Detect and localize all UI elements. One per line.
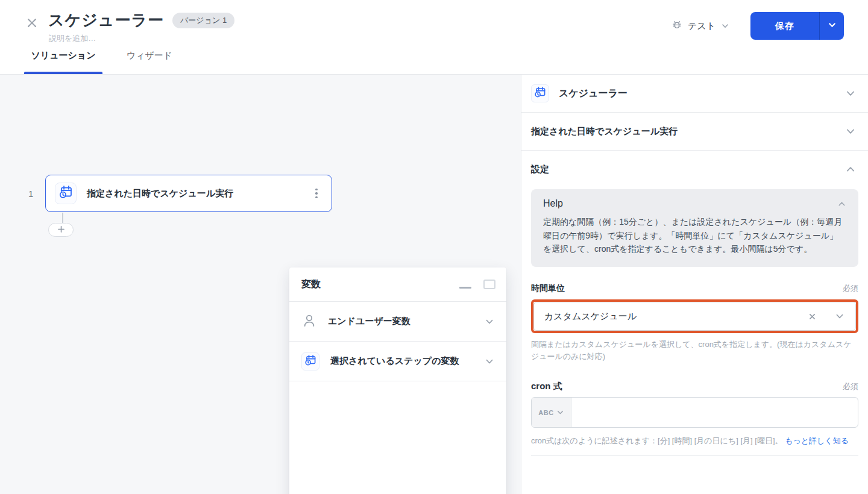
- inspector-app-header[interactable]: スケジューラー: [521, 75, 868, 113]
- cron-help-body: cron式は次のように記述されます：[分] [時間] [月の日にち] [月] […: [531, 436, 783, 445]
- cron-type-selector[interactable]: ABC: [532, 398, 571, 427]
- plus-icon: [57, 225, 65, 236]
- variables-group-label: エンドユーザー変数: [328, 316, 485, 327]
- cron-label: cron 式: [531, 381, 843, 392]
- step-connector-line: [62, 213, 63, 224]
- variables-panel-header: 変数: [289, 267, 506, 302]
- time-unit-value: カスタムスケジュール: [544, 311, 808, 322]
- inspector-app-title: スケジューラー: [559, 87, 845, 100]
- clear-selection-icon[interactable]: [808, 312, 817, 321]
- help-box-header[interactable]: Help: [543, 198, 846, 209]
- required-badge: 必須: [843, 283, 858, 294]
- section-divider: [531, 455, 858, 456]
- calendar-clock-icon: [58, 184, 74, 202]
- tab-wizard-label: ウィザード: [127, 50, 172, 61]
- page-title: スケジューラー: [48, 10, 164, 31]
- cron-field: cron 式 必須 ABC cron式は次のように記述されます：[分] [時間]…: [531, 381, 858, 456]
- close-button[interactable]: [24, 16, 40, 32]
- scheduler-icon-badge: [301, 352, 319, 370]
- maximize-button[interactable]: [483, 280, 495, 289]
- time-unit-select[interactable]: カスタムスケジュール: [533, 302, 856, 331]
- kebab-dot: [315, 196, 318, 199]
- learn-more-link[interactable]: もっと詳しく知る: [785, 436, 849, 445]
- app-window: スケジューラー バージョン 1 説明を追加… テスト 保存: [0, 0, 868, 494]
- cron-expression-input[interactable]: [571, 398, 858, 427]
- calendar-clock-icon: [533, 86, 547, 101]
- save-menu-button[interactable]: [820, 12, 844, 40]
- variables-group-end-user[interactable]: エンドユーザー変数: [289, 302, 506, 342]
- chevron-down-icon: [845, 88, 856, 99]
- step-title: 指定された日時でスケジュール実行: [87, 188, 310, 199]
- step-card-scheduler[interactable]: 指定された日時でスケジュール実行: [45, 175, 332, 212]
- title-group: スケジューラー バージョン 1: [48, 10, 234, 31]
- inspector-trigger-title: 指定された日時でスケジュール実行: [531, 126, 845, 137]
- time-unit-help-text: 間隔またはカスタムスケジュールを選択して、cron式を指定します。(現在はカスタ…: [531, 339, 858, 363]
- test-label: テスト: [688, 20, 715, 32]
- tab-wizard[interactable]: ウィザード: [121, 50, 178, 74]
- cron-input-group: ABC: [531, 397, 858, 428]
- header: スケジューラー バージョン 1 説明を追加… テスト 保存: [0, 0, 868, 75]
- inspector-panel: スケジューラー 指定された日時でスケジュール実行 設定 Help: [521, 75, 868, 494]
- variables-panel: 変数 エンドユーザー変数: [289, 267, 506, 494]
- inspector-settings-header[interactable]: 設定: [521, 151, 868, 188]
- step-menu-button[interactable]: [310, 189, 323, 199]
- tab-solution-label: ソリューション: [31, 50, 95, 61]
- add-step-button[interactable]: [48, 223, 74, 237]
- highlight-annotation: カスタムスケジュール: [531, 299, 858, 333]
- chevron-down-icon: [828, 20, 837, 32]
- save-split-button: 保存: [750, 12, 844, 40]
- calendar-clock-icon: [304, 354, 317, 369]
- minimize-icon: [459, 287, 471, 289]
- cron-help-text: cron式は次のように記述されます：[分] [時間] [月の日にち] [月] […: [531, 436, 858, 446]
- test-menu[interactable]: テスト: [671, 18, 729, 34]
- inspector-settings-title: 設定: [531, 164, 845, 175]
- chevron-down-icon[interactable]: [835, 311, 844, 321]
- time-unit-field: 時間単位 必須 カスタムスケジュール 間隔またはカスタムスケジュールを選択して、…: [531, 283, 858, 363]
- version-badge: バージョン 1: [172, 13, 234, 28]
- kebab-dot: [315, 192, 318, 195]
- time-unit-label: 時間単位: [531, 283, 843, 294]
- help-title: Help: [543, 198, 837, 209]
- close-icon: [25, 16, 39, 33]
- variables-group-selected-step[interactable]: 選択されているステップの変数: [289, 342, 506, 381]
- chevron-down-icon: [556, 408, 564, 416]
- active-tab-underline: [24, 72, 102, 74]
- user-icon: [301, 313, 317, 331]
- chevron-down-icon: [721, 22, 729, 30]
- required-badge: 必須: [843, 381, 858, 392]
- description-placeholder[interactable]: 説明を追加…: [49, 33, 96, 44]
- scheduler-icon-badge: [55, 183, 77, 204]
- help-body-text: 定期的な間隔（例：15分ごと）、または設定されたスケジュール（例：毎週月曜日の午…: [543, 215, 846, 256]
- chevron-down-icon: [485, 317, 494, 327]
- variables-panel-title: 変数: [301, 278, 459, 291]
- minimize-button[interactable]: [459, 278, 471, 290]
- tab-solution[interactable]: ソリューション: [24, 50, 102, 74]
- chevron-down-icon: [485, 357, 494, 366]
- step-number: 1: [28, 189, 33, 199]
- cron-type-label: ABC: [538, 409, 553, 416]
- variables-group-label: 選択されているステップの変数: [330, 355, 485, 367]
- tab-bar: ソリューション ウィザード: [0, 50, 178, 74]
- bug-icon: [671, 19, 682, 33]
- chevron-down-icon: [845, 126, 856, 137]
- chevron-up-icon: [845, 164, 856, 175]
- save-button[interactable]: 保存: [750, 12, 819, 40]
- workflow-canvas[interactable]: 1 指定された日時でスケジュール実行: [0, 75, 521, 494]
- scheduler-icon-badge: [531, 84, 549, 102]
- help-box: Help 定期的な間隔（例：15分ごと）、または設定されたスケジュール（例：毎週…: [531, 189, 858, 267]
- chevron-up-icon: [837, 199, 846, 208]
- kebab-dot: [315, 189, 318, 191]
- inspector-trigger-header[interactable]: 指定された日時でスケジュール実行: [521, 113, 868, 151]
